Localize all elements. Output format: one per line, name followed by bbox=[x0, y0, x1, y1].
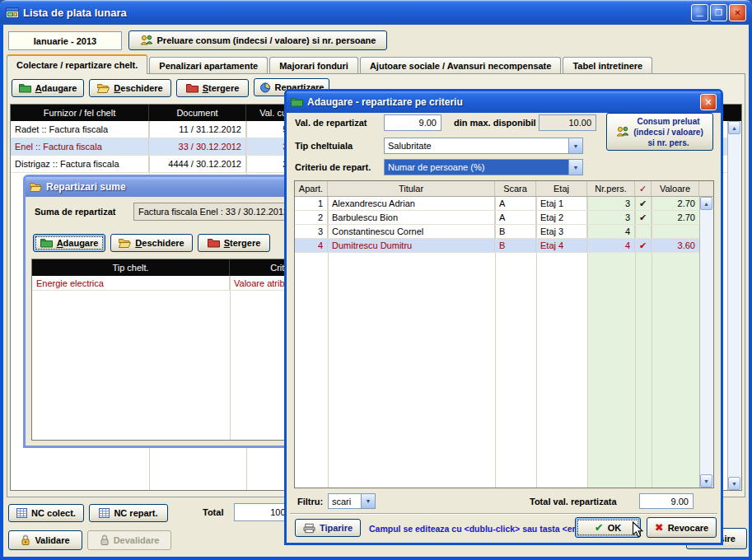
main-window-title: Lista de plata lunara bbox=[23, 7, 127, 19]
filtru-select[interactable]: scari ▼ bbox=[328, 493, 376, 509]
minimize-button[interactable]: — bbox=[691, 4, 708, 21]
tab-ajutoare[interactable]: Ajutoare sociale / Avansuri necompensate bbox=[360, 57, 561, 74]
col-etaj: Etaj bbox=[536, 181, 587, 196]
devalidare-button[interactable]: Devalidare bbox=[87, 530, 171, 550]
adaugare-label: Adaugare bbox=[35, 83, 77, 93]
col-check: ✓ bbox=[635, 181, 652, 196]
cell-titular: Dumitrescu Dumitru bbox=[328, 239, 495, 252]
apartamente-vscrollbar[interactable]: ▲ ▼ bbox=[699, 197, 713, 488]
criteriu-repart-label: Criteriu de repart. bbox=[295, 159, 371, 175]
adaugare-repartizare-dialog: Adaugare - repartizare pe criteriu ✕ Val… bbox=[284, 89, 723, 545]
app-window: Lista de plata lunara — ❐ ✕ Ianuarie - 2… bbox=[0, 0, 752, 560]
chevron-down-icon[interactable]: ▼ bbox=[568, 138, 582, 153]
cell-etaj: Etaj 1 bbox=[536, 197, 587, 210]
cheltuieli-vscrollbar[interactable]: ▲ ▼ bbox=[727, 121, 741, 490]
apartament-row-1[interactable]: 1 Alexandrescu Adrian A Etaj 1 3 ✔ 2.70 bbox=[295, 197, 699, 211]
cell-apart: 2 bbox=[295, 211, 328, 224]
scroll-down-button[interactable]: ▼ bbox=[700, 474, 712, 488]
nc-repart-button[interactable]: NC repart. bbox=[89, 504, 168, 522]
cell-nr-pers: 4 bbox=[587, 239, 635, 252]
tab-majorari[interactable]: Majorari fonduri bbox=[269, 57, 358, 74]
cell-check[interactable] bbox=[635, 225, 652, 238]
revocare-button[interactable]: ✖ Revocare bbox=[647, 517, 717, 538]
chevron-down-icon[interactable]: ▼ bbox=[568, 160, 582, 175]
lock-gold-icon bbox=[21, 534, 30, 546]
table-icon bbox=[99, 508, 110, 518]
criteriu-repart-select[interactable]: Numar de persoane (%) ▼ bbox=[384, 159, 583, 175]
tab-penalizari[interactable]: Penalizari apartamente bbox=[149, 57, 268, 74]
preluare-consum-button[interactable]: Preluare consum (indecsi / valoare) si n… bbox=[128, 30, 387, 50]
cell-valoare bbox=[652, 225, 699, 238]
cell-valoare: 2.70 bbox=[652, 211, 699, 224]
deschidere-button[interactable]: Deschidere bbox=[89, 79, 171, 97]
people-icon bbox=[140, 35, 153, 46]
col-document: Document bbox=[149, 105, 246, 121]
tiparire-label: Tiparire bbox=[320, 523, 353, 533]
validare-button[interactable]: Validare bbox=[8, 530, 82, 550]
scroll-down-button[interactable]: ▼ bbox=[728, 477, 740, 490]
apartament-row-4-selected[interactable]: 4 Dumitrescu Dumitru B Etaj 4 4 ✔ 3.60 bbox=[295, 239, 699, 253]
nc-colect-label: NC colect. bbox=[31, 508, 76, 518]
rep-stergere-label: Stergere bbox=[224, 238, 261, 248]
criteriu-repart-value: Numar de persoane (%) bbox=[385, 160, 568, 175]
main-titlebar[interactable]: Lista de plata lunara — ❐ ✕ bbox=[0, 0, 752, 25]
col-apart: Apart. bbox=[295, 181, 328, 196]
dialog-title: Adaugare - repartizare pe criteriu bbox=[307, 96, 463, 108]
apartamente-grid: Apart. Titular Scara Etaj Nr.pers. ✓ Val… bbox=[294, 180, 714, 488]
scroll-up-icon: ▲ bbox=[731, 125, 737, 131]
cell-valoare: 3.60 bbox=[652, 239, 699, 252]
cell-scara: B bbox=[495, 225, 536, 238]
cell-document: 11 / 31.12.2012 bbox=[149, 121, 246, 138]
people-icon bbox=[616, 126, 629, 138]
folder-green-icon bbox=[291, 97, 303, 107]
rep-adaugare-label: Adaugare bbox=[57, 238, 99, 248]
x-icon: ✖ bbox=[655, 521, 664, 534]
col-filler bbox=[699, 181, 713, 196]
rep-stergere-button[interactable]: Stergere bbox=[198, 234, 270, 252]
cell-document: 33 / 30.12.2012 bbox=[149, 138, 246, 155]
apartamente-grid-header: Apart. Titular Scara Etaj Nr.pers. ✓ Val… bbox=[295, 181, 713, 197]
nc-colect-button[interactable]: NC colect. bbox=[8, 504, 84, 522]
rep-adaugare-button[interactable]: Adaugare bbox=[33, 234, 105, 252]
maximize-button[interactable]: ❐ bbox=[710, 4, 727, 21]
tiparire-button[interactable]: Tiparire bbox=[295, 519, 361, 537]
tip-cheltuiala-select[interactable]: Salubritate ▼ bbox=[384, 138, 583, 154]
revocare-label: Revocare bbox=[668, 523, 709, 533]
dialog-titlebar[interactable]: Adaugare - repartizare pe criteriu ✕ bbox=[287, 91, 721, 113]
window-controls: — ❐ ✕ bbox=[691, 4, 746, 21]
tab-colectare-repartizare[interactable]: Colectare / repartizare chelt. bbox=[7, 54, 147, 74]
minimize-icon: — bbox=[697, 12, 703, 19]
period-field[interactable]: Ianuarie - 2013 bbox=[8, 31, 122, 50]
consum-preluat-button[interactable]: Consum preluat (indecsi / valoare) si nr… bbox=[606, 113, 713, 151]
total-repartizata-label: Total val. repartizata bbox=[530, 493, 617, 510]
tab-tabel-intretinere[interactable]: Tabel intretinere bbox=[563, 57, 652, 74]
apartament-row-2[interactable]: 2 Barbulescu Bion A Etaj 2 3 ✔ 2.70 bbox=[295, 211, 699, 225]
col-titular: Titular bbox=[328, 181, 495, 196]
rep-deschidere-button[interactable]: Deschidere bbox=[110, 234, 193, 252]
stergere-button[interactable]: Stergere bbox=[176, 79, 249, 97]
apartamente-grid-body: 1 Alexandrescu Adrian A Etaj 1 3 ✔ 2.70 … bbox=[295, 197, 699, 488]
scroll-up-button[interactable]: ▲ bbox=[700, 197, 712, 210]
scroll-up-button[interactable]: ▲ bbox=[728, 121, 740, 134]
deschidere-label: Deschidere bbox=[114, 83, 162, 93]
validare-label: Validare bbox=[35, 535, 69, 545]
dialog-close-button[interactable]: ✕ bbox=[700, 94, 717, 110]
close-button[interactable]: ✕ bbox=[729, 4, 746, 21]
cell-furnizor: Distrigaz :: Factura fiscala bbox=[11, 156, 149, 172]
chevron-down-icon[interactable]: ▼ bbox=[361, 494, 375, 508]
cell-check[interactable]: ✔ bbox=[635, 211, 652, 224]
cell-apart: 4 bbox=[295, 239, 328, 252]
cell-check[interactable]: ✔ bbox=[635, 239, 652, 252]
filtru-label: Filtru: bbox=[297, 493, 323, 510]
cell-check[interactable]: ✔ bbox=[635, 197, 652, 210]
mouse-cursor bbox=[632, 521, 643, 538]
ok-button[interactable]: ✔ OK bbox=[575, 517, 641, 538]
cell-apart: 1 bbox=[295, 197, 328, 210]
cell-document: 4444 / 30.12.2012 bbox=[149, 156, 246, 172]
total-label: Total bbox=[203, 503, 223, 521]
apartament-row-3[interactable]: 3 Constantinescu Cornel B Etaj 3 4 bbox=[295, 225, 699, 239]
folder-red-icon bbox=[208, 238, 220, 248]
adaugare-button[interactable]: Adaugare bbox=[12, 79, 84, 97]
val-repartizat-input[interactable]: 9.00 bbox=[384, 114, 441, 131]
devalidare-label: Devalidare bbox=[114, 535, 160, 545]
